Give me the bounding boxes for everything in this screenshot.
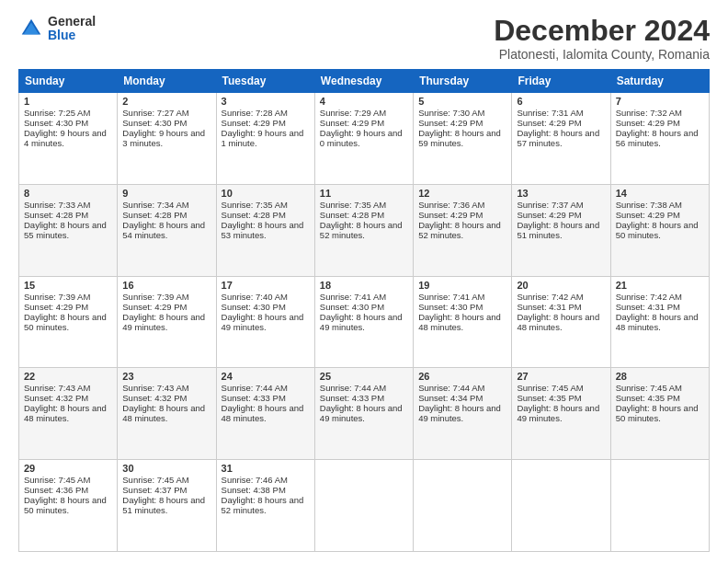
day-number: 19 — [418, 280, 506, 291]
day-cell: 8Sunrise: 7:33 AMSunset: 4:28 PMDaylight… — [19, 184, 118, 276]
sunset-time: Sunset: 4:32 PM — [122, 393, 187, 403]
week-row-4: 22Sunrise: 7:43 AMSunset: 4:32 PMDayligh… — [19, 368, 710, 460]
day-cell: 18Sunrise: 7:41 AMSunset: 4:30 PMDayligh… — [314, 276, 413, 368]
sunset-time: Sunset: 4:36 PM — [24, 485, 88, 495]
day-cell — [610, 460, 709, 552]
day-number: 14 — [616, 188, 704, 199]
day-cell: 28Sunrise: 7:45 AMSunset: 4:35 PMDayligh… — [610, 368, 709, 460]
daylight-hours: Daylight: 8 hours and 49 minutes. — [517, 403, 599, 423]
day-number: 1 — [24, 96, 112, 107]
day-number: 3 — [222, 96, 310, 107]
day-number: 7 — [616, 96, 704, 107]
daylight-hours: Daylight: 8 hours and 49 minutes. — [122, 312, 205, 332]
sunrise-time: Sunrise: 7:28 AM — [222, 108, 288, 118]
day-cell — [414, 460, 512, 552]
sunset-time: Sunset: 4:29 PM — [517, 118, 581, 128]
sunset-time: Sunset: 4:29 PM — [517, 210, 581, 220]
sunset-time: Sunset: 4:30 PM — [222, 302, 286, 312]
day-number: 21 — [616, 280, 704, 291]
daylight-hours: Daylight: 8 hours and 50 minutes. — [24, 312, 107, 332]
day-number: 27 — [517, 371, 605, 382]
day-cell: 12Sunrise: 7:36 AMSunset: 4:29 PMDayligh… — [414, 184, 512, 276]
sunset-time: Sunset: 4:29 PM — [222, 118, 286, 128]
sunset-time: Sunset: 4:29 PM — [24, 302, 88, 312]
sunrise-time: Sunrise: 7:41 AM — [418, 292, 484, 302]
day-number: 9 — [122, 188, 210, 199]
sunset-time: Sunset: 4:30 PM — [320, 302, 384, 312]
sunset-time: Sunset: 4:35 PM — [616, 393, 680, 403]
daylight-hours: Daylight: 8 hours and 51 minutes. — [122, 495, 205, 515]
col-sunday: Sunday — [19, 70, 118, 93]
logo-icon — [18, 16, 44, 41]
main-title: December 2024 — [494, 15, 710, 47]
sunrise-time: Sunrise: 7:40 AM — [222, 292, 288, 302]
sunset-time: Sunset: 4:28 PM — [320, 210, 384, 220]
day-cell — [512, 460, 610, 552]
daylight-hours: Daylight: 8 hours and 59 minutes. — [418, 128, 501, 148]
daylight-hours: Daylight: 8 hours and 49 minutes. — [320, 403, 403, 423]
daylight-hours: Daylight: 8 hours and 57 minutes. — [517, 128, 599, 148]
day-cell: 2Sunrise: 7:27 AMSunset: 4:30 PMDaylight… — [118, 93, 216, 185]
sunrise-time: Sunrise: 7:32 AM — [616, 108, 682, 118]
sunset-time: Sunset: 4:34 PM — [418, 393, 483, 403]
day-number: 24 — [222, 371, 310, 382]
day-cell: 30Sunrise: 7:45 AMSunset: 4:37 PMDayligh… — [118, 460, 216, 552]
daylight-hours: Daylight: 8 hours and 50 minutes. — [24, 495, 107, 515]
day-cell: 21Sunrise: 7:42 AMSunset: 4:31 PMDayligh… — [610, 276, 709, 368]
day-cell: 5Sunrise: 7:30 AMSunset: 4:29 PMDaylight… — [414, 93, 512, 185]
day-number: 12 — [418, 188, 506, 199]
sunrise-time: Sunrise: 7:37 AM — [517, 200, 583, 210]
sunrise-time: Sunrise: 7:25 AM — [24, 108, 90, 118]
sunrise-time: Sunrise: 7:39 AM — [24, 292, 90, 302]
day-number: 20 — [517, 280, 605, 291]
sunset-time: Sunset: 4:29 PM — [122, 302, 187, 312]
day-number: 29 — [24, 463, 112, 474]
day-cell: 22Sunrise: 7:43 AMSunset: 4:32 PMDayligh… — [19, 368, 118, 460]
day-cell: 6Sunrise: 7:31 AMSunset: 4:29 PMDaylight… — [512, 93, 610, 185]
subtitle: Platonesti, Ialomita County, Romania — [494, 47, 710, 62]
day-number: 6 — [517, 96, 605, 107]
day-cell: 29Sunrise: 7:45 AMSunset: 4:36 PMDayligh… — [19, 460, 118, 552]
sunset-time: Sunset: 4:35 PM — [517, 393, 581, 403]
sunrise-time: Sunrise: 7:43 AM — [24, 383, 90, 393]
sunset-time: Sunset: 4:28 PM — [122, 210, 187, 220]
day-number: 23 — [122, 371, 210, 382]
daylight-hours: Daylight: 8 hours and 48 minutes. — [517, 312, 599, 332]
day-cell: 23Sunrise: 7:43 AMSunset: 4:32 PMDayligh… — [118, 368, 216, 460]
col-thursday: Thursday — [414, 70, 512, 93]
sunset-time: Sunset: 4:32 PM — [24, 393, 88, 403]
sunrise-time: Sunrise: 7:38 AM — [616, 200, 682, 210]
daylight-hours: Daylight: 8 hours and 49 minutes. — [418, 403, 501, 423]
sunset-time: Sunset: 4:30 PM — [122, 118, 187, 128]
day-cell: 20Sunrise: 7:42 AMSunset: 4:31 PMDayligh… — [512, 276, 610, 368]
daylight-hours: Daylight: 8 hours and 55 minutes. — [24, 220, 107, 240]
day-cell: 9Sunrise: 7:34 AMSunset: 4:28 PMDaylight… — [118, 184, 216, 276]
col-wednesday: Wednesday — [314, 70, 413, 93]
daylight-hours: Daylight: 8 hours and 50 minutes. — [616, 220, 699, 240]
day-cell: 19Sunrise: 7:41 AMSunset: 4:30 PMDayligh… — [414, 276, 512, 368]
sunset-time: Sunset: 4:37 PM — [122, 485, 187, 495]
day-cell: 17Sunrise: 7:40 AMSunset: 4:30 PMDayligh… — [216, 276, 314, 368]
day-number: 13 — [517, 188, 605, 199]
sunrise-time: Sunrise: 7:36 AM — [418, 200, 484, 210]
sunrise-time: Sunrise: 7:45 AM — [24, 475, 90, 485]
sunset-time: Sunset: 4:29 PM — [418, 118, 483, 128]
sunset-time: Sunset: 4:33 PM — [320, 393, 384, 403]
day-number: 31 — [222, 463, 310, 474]
day-cell: 1Sunrise: 7:25 AMSunset: 4:30 PMDaylight… — [19, 93, 118, 185]
sunset-time: Sunset: 4:29 PM — [616, 118, 680, 128]
day-number: 5 — [418, 96, 506, 107]
daylight-hours: Daylight: 8 hours and 49 minutes. — [320, 312, 403, 332]
week-row-2: 8Sunrise: 7:33 AMSunset: 4:28 PMDaylight… — [19, 184, 710, 276]
daylight-hours: Daylight: 8 hours and 48 minutes. — [24, 403, 107, 423]
day-number: 17 — [222, 280, 310, 291]
day-cell: 14Sunrise: 7:38 AMSunset: 4:29 PMDayligh… — [610, 184, 709, 276]
week-row-3: 15Sunrise: 7:39 AMSunset: 4:29 PMDayligh… — [19, 276, 710, 368]
day-cell — [314, 460, 413, 552]
daylight-hours: Daylight: 8 hours and 48 minutes. — [616, 312, 699, 332]
daylight-hours: Daylight: 8 hours and 54 minutes. — [122, 220, 205, 240]
daylight-hours: Daylight: 8 hours and 52 minutes. — [222, 495, 304, 515]
day-cell: 25Sunrise: 7:44 AMSunset: 4:33 PMDayligh… — [314, 368, 413, 460]
sunset-time: Sunset: 4:33 PM — [222, 393, 286, 403]
logo-text: General Blue — [48, 15, 96, 43]
